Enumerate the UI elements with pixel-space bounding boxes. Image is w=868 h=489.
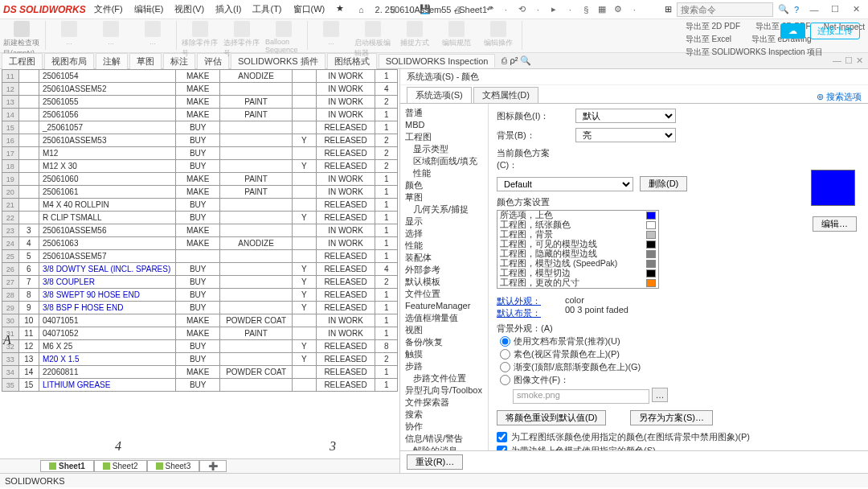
- link-default-layout[interactable]: 默认布景：: [497, 308, 541, 318]
- ribbon-balloon-seq[interactable]: Balloon Sequence: [265, 21, 302, 54]
- close-icon[interactable]: ✕: [847, 2, 865, 17]
- btn-edit-color[interactable]: 编辑…: [813, 216, 857, 232]
- table-row[interactable]: 341422060811MAKEPOWDER COATRELEASED1: [2, 366, 398, 379]
- ribbon-b7[interactable]: ...: [313, 21, 350, 46]
- ribbon-select-balloon[interactable]: 选择零件序号: [223, 21, 260, 59]
- tree-node[interactable]: 步路文件位置: [405, 372, 483, 384]
- btn-delete-scheme[interactable]: 删除(D): [640, 176, 687, 191]
- panel-min-icon[interactable]: —: [833, 55, 841, 66]
- ribbon-b1[interactable]: ...: [51, 21, 88, 46]
- tree-node[interactable]: 默认模板: [405, 276, 483, 288]
- bg-radio[interactable]: 图像文件(F)：: [500, 373, 860, 386]
- export-excel[interactable]: 导出至 Excel: [686, 34, 731, 45]
- menu-view[interactable]: 视图(V): [174, 3, 204, 15]
- table-row[interactable]: 15_25061057BUYRELEASED1: [2, 121, 398, 134]
- ribbon-edit-op[interactable]: 编辑操作: [480, 21, 517, 48]
- cloud-button[interactable]: ☁: [780, 23, 805, 39]
- menu-more-icon[interactable]: ★: [336, 3, 344, 15]
- view-icon-1[interactable]: ⎙: [502, 55, 507, 66]
- ribbon-b3[interactable]: ...: [134, 21, 171, 46]
- tree-node[interactable]: 协作: [405, 421, 483, 433]
- tab-sketch[interactable]: 草图: [129, 53, 162, 69]
- opt-tab-doc[interactable]: 文档属性(D): [473, 87, 538, 103]
- table-row[interactable]: 18M12 X 30BUYYRELEASED2: [2, 160, 398, 173]
- tab-layout[interactable]: 视图布局: [44, 53, 94, 69]
- options-tree[interactable]: 普通MBD工程图显示类型区域剖面线/填充性能颜色草图几何关系/捕捉显示选择性能装…: [400, 104, 489, 450]
- home-icon[interactable]: ⌂: [355, 5, 366, 14]
- link-default-appearance[interactable]: 默认外观：: [497, 296, 541, 306]
- maximize-icon[interactable]: ☐: [826, 2, 844, 17]
- sel-icon-color[interactable]: 默认: [575, 109, 676, 123]
- tab-drawing[interactable]: 工程图: [2, 53, 43, 69]
- tree-node[interactable]: 文件探索器: [405, 397, 483, 409]
- menu-edit[interactable]: 编辑(E): [134, 3, 164, 15]
- options-search[interactable]: ⊚搜索选项: [817, 91, 862, 103]
- table-row[interactable]: 1325061055MAKEPAINTIN WORK2: [2, 96, 398, 109]
- tree-node[interactable]: 装配体: [405, 252, 483, 264]
- menu-window[interactable]: 窗口(W): [293, 3, 326, 15]
- btn-save-as-scheme[interactable]: 另存为方案(S)…: [630, 410, 713, 425]
- tree-node[interactable]: 异型孔向导/Toolbox: [405, 384, 483, 397]
- table-row[interactable]: 301004071051MAKEPOWDER COATIN WORK1: [2, 314, 398, 327]
- color-checkbox[interactable]: 为工程图纸张颜色使用指定的颜色(在图纸背景中禁用图象)(P): [497, 430, 860, 444]
- search-cmd-icon[interactable]: ⊞: [665, 4, 672, 14]
- table-row[interactable]: 1925061060MAKEPAINTIN WORK1: [2, 173, 398, 186]
- minimize-icon[interactable]: —: [805, 2, 823, 17]
- sheet-tab-add[interactable]: ➕: [199, 460, 227, 472]
- tree-node[interactable]: 工程图: [405, 131, 483, 143]
- tree-node[interactable]: 草图: [405, 191, 483, 203]
- tree-node[interactable]: MBD: [405, 119, 483, 131]
- tree-node[interactable]: 解除的消息: [405, 445, 483, 450]
- sheet-tab-1[interactable]: Sheet1: [40, 460, 94, 472]
- table-row[interactable]: 1125061054MAKEANODIZEIN WORK1: [2, 70, 398, 83]
- ribbon-edit-spec[interactable]: 编辑规范: [438, 21, 475, 48]
- tree-node[interactable]: 选择: [405, 228, 483, 240]
- export-swproj[interactable]: 导出至 SOLIDWORKS Inspection 项目: [686, 47, 824, 58]
- bom-table[interactable]: 1125061054MAKEANODIZEIN WORK112250610ASS…: [2, 69, 398, 392]
- search-icon[interactable]: 🔍: [778, 4, 789, 14]
- export-2dpdf[interactable]: 导出至 2D PDF: [686, 21, 740, 32]
- table-row[interactable]: 1425061056MAKEPAINTIN WORK1: [2, 109, 398, 121]
- view-icon-2[interactable]: ρ²: [510, 55, 518, 66]
- table-row[interactable]: 3313M20 X 1.5BUYYRELEASED2: [2, 353, 398, 366]
- rebuild-icon[interactable]: ⟲: [516, 4, 527, 14]
- ribbon-remove-balloon[interactable]: 移除零件序号: [182, 21, 219, 59]
- table-row[interactable]: 16250610ASSEM53BUYYRELEASED2: [2, 134, 398, 147]
- table-row[interactable]: 2025061061MAKEPAINTIN WORK1: [2, 186, 398, 199]
- table-row[interactable]: 2993/8 BSP F HOSE ENDBUYYRELEASED1: [2, 302, 398, 314]
- tree-node[interactable]: 普通: [405, 107, 483, 119]
- ribbon-capture[interactable]: 捕捉方式: [396, 21, 433, 48]
- color-checkbox[interactable]: 为带边线上色模式使用指定的颜色(S): [497, 444, 860, 450]
- btn-reset-all[interactable]: 重设(R)…: [407, 454, 463, 470]
- bg-radio[interactable]: 渐变(顶部/底部渐变颜色在上)(G): [500, 360, 860, 373]
- table-row[interactable]: 22R CLIP TSMALLBUYYRELEASED1: [2, 212, 398, 224]
- command-search-input[interactable]: [677, 2, 773, 17]
- sheet-tab-2[interactable]: Sheet2: [94, 460, 147, 472]
- cursor-icon[interactable]: ▸: [548, 4, 559, 14]
- table-row[interactable]: 255250610ASSEM57RELEASED1: [2, 250, 398, 263]
- btn-reset-colors[interactable]: 将颜色重设到默认值(D): [497, 410, 606, 425]
- tree-node[interactable]: 信息/错误/警告: [405, 433, 483, 445]
- table-row[interactable]: 2663/8 DOWTY SEAL (INCL. SPARES)BUYYRELE…: [2, 263, 398, 276]
- panel-max-icon[interactable]: ☐: [845, 55, 853, 66]
- tree-node[interactable]: 视图: [405, 324, 483, 336]
- table-row[interactable]: 24425061063MAKEANODIZEIN WORK1: [2, 237, 398, 250]
- grid-icon[interactable]: ▦: [596, 4, 608, 14]
- table-row[interactable]: 2773/8 COUPLERBUYYRELEASED2: [2, 276, 398, 289]
- tree-node[interactable]: 搜索: [405, 409, 483, 421]
- table-row[interactable]: 2883/8 SWEPT 90 HOSE ENDBUYYRELEASED1: [2, 289, 398, 302]
- upload-button[interactable]: 连接上传: [810, 23, 860, 39]
- table-row[interactable]: 17M12BUYRELEASED2: [2, 147, 398, 160]
- ribbon-b2[interactable]: ...: [92, 21, 129, 46]
- tab-inspection[interactable]: SOLIDWORKS Inspection: [379, 54, 496, 68]
- opt-tab-system[interactable]: 系统选项(S): [407, 87, 472, 103]
- tree-node[interactable]: 颜色: [405, 179, 483, 191]
- tree-node[interactable]: 显示类型: [405, 143, 483, 155]
- browse-image-button[interactable]: …: [652, 388, 668, 402]
- menu-tools[interactable]: 工具(T): [252, 3, 281, 15]
- table-row[interactable]: 21M4 X 40 ROLLPINBUYRELEASED1: [2, 199, 398, 212]
- sel-scheme[interactable]: Default: [497, 177, 633, 191]
- table-row[interactable]: 12250610ASSEM52MAKEIN WORK4: [2, 83, 398, 96]
- view-icon-3[interactable]: 🔍: [520, 55, 531, 66]
- menu-file[interactable]: 文件(F): [94, 3, 123, 15]
